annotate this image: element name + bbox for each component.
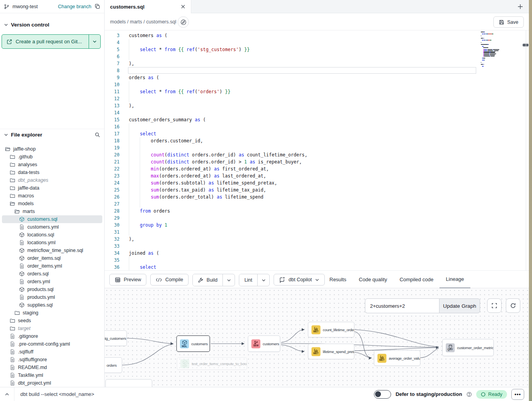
code-line-14[interactable]: 14 <box>105 109 529 116</box>
code-line-8[interactable]: 8 <box>105 67 529 74</box>
code-line-31[interactable]: 31 <box>105 229 529 236</box>
lineage-node-count-lifetime-orders[interactable]: METcount_lifetime_orders <box>308 322 354 337</box>
code-line-36[interactable]: 36 select <box>105 264 529 270</box>
code-line-17[interactable]: 17 select <box>105 130 529 137</box>
file-tree-item-analyses[interactable]: analyses <box>2 161 102 169</box>
code-line-20[interactable]: 20 count(distinct orders.order_id) as co… <box>105 151 529 158</box>
tab-lineage[interactable]: Lineage <box>439 271 470 288</box>
chevron-up-icon[interactable] <box>0 392 14 397</box>
minimap[interactable] <box>481 30 516 89</box>
file-tree-item-metricflow-time-spine-sql[interactable]: metricflow_time_spine.sql <box>2 247 102 254</box>
file-tree-item--sqlfluff[interactable]: .sqlfluff <box>2 348 102 356</box>
code-line-27[interactable]: 27 <box>105 200 529 208</box>
change-branch-link[interactable]: Change branch <box>58 4 91 9</box>
tab-compiled-code[interactable]: Compiled code <box>393 271 440 288</box>
code-line-33[interactable]: 33 <box>105 243 529 250</box>
code-line-26[interactable]: 26 sum(orders.order_total) as lifetime_s… <box>105 193 529 200</box>
file-tree-item-jaffle-data[interactable]: jaffle-data <box>2 184 102 192</box>
code-line-25[interactable]: 25 sum(orders.tax_paid) as lifetime_tax_… <box>105 186 529 193</box>
code-line-18[interactable]: 18 orders.customer_id, <box>105 137 529 144</box>
code-line-13[interactable]: 13), <box>105 102 529 109</box>
code-line-6[interactable]: 6 <box>105 53 529 60</box>
lineage-selector-input[interactable] <box>365 298 439 313</box>
lineage-node-lifetime-spend-pretax[interactable]: METlifetime_spend_pretax <box>308 344 354 359</box>
code-line-9[interactable]: 9orders as ( <box>105 74 529 81</box>
lint-button[interactable]: Lint <box>239 274 257 286</box>
code-line-32[interactable]: 32), <box>105 236 529 243</box>
code-line-7[interactable]: 7), <box>105 60 529 67</box>
file-tree-item-macros[interactable]: macros <box>2 192 102 200</box>
file-tree-item-orders-yml[interactable]: orders.yml <box>2 278 102 286</box>
file-tree-item-readme-md[interactable]: README.md <box>2 364 102 371</box>
lineage-node-stg-customers[interactable]: stg_customers <box>105 330 127 346</box>
pr-dropdown-chevron[interactable] <box>89 35 100 48</box>
preview-button[interactable]: Preview <box>109 274 146 286</box>
code-line-12[interactable]: 12 <box>105 95 529 102</box>
code-line-11[interactable]: 11 select * from {{ ref('orders') }} <box>105 88 529 95</box>
search-icon[interactable] <box>94 132 100 138</box>
lineage-node-test-order-items-compute-to-bools-[interactable]: TSTtest_order_items_compute_to_bools... <box>177 357 247 370</box>
file-tree-item-supplies-sql[interactable]: supplies.sql <box>2 301 102 309</box>
file-tree-item-models[interactable]: models <box>2 200 102 208</box>
file-tree-item-seeds[interactable]: seeds <box>2 317 102 325</box>
file-explorer-header[interactable]: File explorer <box>0 129 104 140</box>
code-line-34[interactable]: 34joined as ( <box>105 250 529 257</box>
file-tree-item-taskfile-yml[interactable]: Taskfile.yml <box>2 371 102 379</box>
lineage-node-customer-order-metrics[interactable]: QRYcustomer_order_metrics <box>442 339 494 356</box>
file-tree-item-dbt-project-yml[interactable]: dbt_project.yml <box>2 379 102 387</box>
create-pr-button[interactable]: Create a pull request on Git... <box>2 34 101 49</box>
code-line-30[interactable]: 30 group by 1 <box>105 222 529 229</box>
file-tree-item-products-yml[interactable]: products.yml <box>2 293 102 301</box>
code-line-29[interactable]: 29 <box>105 215 529 222</box>
tab-customers-sql[interactable]: customers.sql <box>105 0 191 13</box>
code-line-23[interactable]: 23 max(orders.ordered_at) as last_ordere… <box>105 172 529 179</box>
file-tree-item-marts[interactable]: marts <box>2 208 102 215</box>
file-tree-item-products-sql[interactable]: products.sql <box>2 286 102 293</box>
lineage-node-orders[interactable]: orders <box>105 357 122 373</box>
version-control-header[interactable]: Version control <box>0 17 53 32</box>
code-line-35[interactable]: 35 <box>105 257 529 264</box>
refresh-icon[interactable] <box>506 298 520 313</box>
code-line-5[interactable]: 5 select * from {{ ref('stg_customers') … <box>105 46 529 53</box>
update-graph-button[interactable]: Update Graph <box>439 298 480 313</box>
file-tree-item-dbt-packages[interactable]: dbt_packages <box>2 176 102 184</box>
save-button[interactable]: Save <box>493 16 524 28</box>
lineage-node-partial[interactable] <box>105 379 152 387</box>
code-editor[interactable]: 23customers as (45 select * from {{ ref(… <box>105 30 529 270</box>
file-tree-item-jaffle-shop[interactable]: jaffle-shop <box>2 145 102 153</box>
build-dropdown-chevron[interactable] <box>222 274 235 286</box>
file-tree-item--github[interactable]: .github <box>2 153 102 161</box>
file-tree-item-target[interactable]: target <box>2 325 102 332</box>
file-tree-item-staging[interactable]: staging <box>2 309 102 317</box>
code-line-3[interactable]: 3customers as ( <box>105 32 529 39</box>
tab-code-quality[interactable]: Code quality <box>352 271 393 288</box>
build-button[interactable]: Build <box>193 274 222 286</box>
code-line-22[interactable]: 22 min(orders.ordered_at) as first_order… <box>105 165 529 172</box>
file-tree-item-customers-sql[interactable]: customers.sql <box>2 215 102 223</box>
lineage-node-customers[interactable]: MDLcustomers <box>176 335 210 352</box>
more-menu-button[interactable]: ••• <box>511 389 524 400</box>
compass-icon[interactable] <box>178 16 189 28</box>
code-line-24[interactable]: 24 sum(orders.subtotal) as lifetime_spen… <box>105 179 529 186</box>
lint-dropdown-chevron[interactable] <box>257 274 269 286</box>
help-icon[interactable] <box>466 392 472 397</box>
code-line-21[interactable]: 21 count(distinct orders.order_id) > 1 a… <box>105 158 529 165</box>
lineage-node-average-order-value[interactable]: METaverage_order_value <box>374 350 420 366</box>
command-input[interactable]: dbt build --select <model_name> <box>14 387 374 401</box>
lineage-node-customers[interactable]: SEMcustomers <box>248 335 280 352</box>
defer-toggle[interactable] <box>374 390 391 399</box>
file-tree-item-locations-sql[interactable]: locations.sql <box>2 231 102 239</box>
code-line-15[interactable]: 15customer_orders_summary as ( <box>105 116 529 123</box>
dbt-copilot-button[interactable]: dbt Copilot <box>274 274 325 286</box>
file-tree-item--gitignore[interactable]: .gitignore <box>2 332 102 340</box>
fullscreen-icon[interactable] <box>487 298 502 313</box>
file-tree-item-orders-sql[interactable]: orders.sql <box>2 270 102 278</box>
file-tree-item-order-items-yml[interactable]: order_items.yml <box>2 262 102 270</box>
file-tree-item-customers-yml[interactable]: customers.yml <box>2 223 102 231</box>
close-icon[interactable] <box>181 4 185 9</box>
new-tab-icon[interactable] <box>516 3 524 11</box>
code-line-4[interactable]: 4 <box>105 39 529 46</box>
code-line-16[interactable]: 16 <box>105 123 529 130</box>
tab-results[interactable]: Results <box>323 271 352 288</box>
file-tree-item--sqlfluffignore[interactable]: .sqlfluffignore <box>2 356 102 364</box>
